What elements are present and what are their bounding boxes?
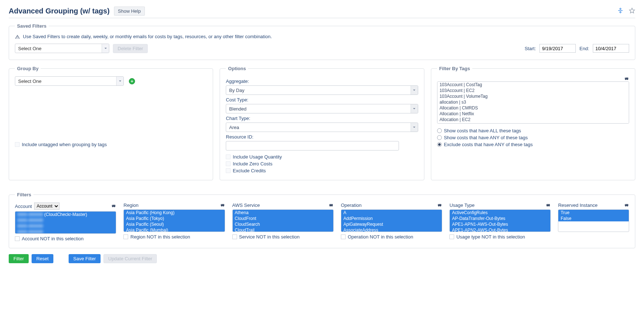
radio-icon [437, 142, 442, 147]
checkbox-icon [226, 168, 231, 173]
list-item[interactable]: Allocation | Netflix [437, 111, 629, 117]
saved-filter-select[interactable]: Select One [15, 44, 109, 53]
binoculars-icon[interactable] [546, 203, 551, 208]
list-item[interactable]: 0000-000000 [15, 229, 116, 234]
list-item[interactable]: AP-DataTransfer-Out-Bytes [450, 216, 550, 221]
page-title: Advanced Grouping (w/ tags) [9, 7, 110, 15]
save-filter-button[interactable]: Save Filter [69, 254, 101, 263]
list-item[interactable]: 0000-000000 (CloudCheckr-Master) [15, 212, 116, 217]
exclude-credits-checkbox[interactable]: Exclude Credits [226, 168, 418, 173]
binoculars-icon[interactable] [111, 204, 116, 209]
include-zero-costs-checkbox[interactable]: Include Zero Costs [226, 161, 418, 166]
radio-any-label: Show costs that have ANY of these tags [444, 135, 528, 140]
usage-type-listbox[interactable]: ActiveConfigRulesAP-DataTransfer-Out-Byt… [449, 209, 551, 232]
list-item[interactable]: 103Account | VolumeTag [437, 93, 629, 99]
list-item[interactable]: Allocation | CMRDS [437, 105, 629, 111]
cost-type-select[interactable]: Blended [226, 104, 418, 113]
filter-reserved-instance: Reserved Instance TrueFalse [558, 202, 629, 241]
saved-filters-panel: Saved Filters Use Saved Filters to creat… [9, 23, 635, 60]
operation-listbox[interactable]: AAddPermissionApiGatewayRequestAssociate… [341, 209, 442, 232]
binoculars-icon[interactable] [624, 76, 629, 81]
include-zero-label: Include Zero Costs [233, 161, 272, 166]
cost-type-value: Blended [229, 106, 410, 112]
include-usage-qty-checkbox[interactable]: Include Usage Quantity [226, 154, 418, 160]
list-item[interactable]: Allocation | EC2 [437, 117, 629, 123]
list-item[interactable]: 0000-000000 [15, 217, 116, 223]
list-item[interactable]: allocation | s3 [437, 99, 629, 105]
list-item[interactable]: Asia Pacific (Tokyo) [124, 216, 224, 221]
update-filter-button[interactable]: Update Current Filter [103, 254, 157, 263]
list-item[interactable]: ActiveConfigRules [450, 210, 550, 216]
aws-service-listbox[interactable]: AthenaCloudFrontCloudSearchCloudTrail [232, 209, 334, 232]
list-item[interactable]: False [558, 216, 629, 221]
reserved-instance-listbox[interactable]: TrueFalse [558, 209, 629, 232]
aggregate-select[interactable]: By Day [226, 85, 418, 95]
checkbox-icon [15, 142, 20, 147]
include-untagged-checkbox[interactable]: Include untagged when grouping by tags [15, 142, 207, 147]
list-item[interactable]: A [341, 210, 442, 216]
list-item[interactable]: True [558, 210, 629, 216]
list-item[interactable]: APE1-APN1-AWS-Out-Bytes [450, 221, 550, 227]
include-usage-qty-label: Include Usage Quantity [233, 154, 282, 160]
list-item[interactable]: Asia Pacific (Hong Kong) [124, 210, 224, 216]
operation-not-checkbox[interactable]: Operation NOT in this selection [341, 234, 442, 240]
list-item[interactable]: 103Account | EC2 [437, 88, 629, 93]
binoculars-icon[interactable] [624, 203, 629, 208]
filter-by-tags-legend: Filter By Tags [437, 66, 472, 71]
tags-listbox[interactable]: 103Account | CostTag103Account | EC2103A… [437, 81, 629, 124]
show-help-button[interactable]: Show Help [114, 7, 145, 16]
chart-type-label: Chart Type: [226, 116, 418, 121]
account-type-select[interactable]: Account [34, 202, 60, 210]
binoculars-icon[interactable] [437, 203, 442, 208]
radio-icon [437, 128, 442, 133]
group-by-select[interactable]: Select One [15, 76, 124, 86]
saved-filters-legend: Saved Filters [15, 23, 49, 29]
star-icon[interactable] [629, 7, 635, 15]
filters-panel: Filters Account Account 0000-000000 (Clo… [9, 192, 635, 248]
resource-id-input[interactable] [226, 141, 399, 151]
binoculars-icon[interactable] [220, 203, 225, 208]
list-item[interactable]: CloudTrail [233, 227, 333, 232]
service-not-checkbox[interactable]: Service NOT in this selection [232, 234, 334, 240]
radio-any-tags[interactable]: Show costs that have ANY of these tags [437, 135, 629, 140]
account-listbox[interactable]: 0000-000000 (CloudCheckr-Master)0000-000… [15, 211, 116, 234]
info-text: Use Saved Filters to create daily, weekl… [23, 34, 272, 39]
add-group-icon[interactable]: + [129, 78, 135, 84]
collapse-icon[interactable] [617, 7, 624, 15]
reset-button[interactable]: Reset [32, 254, 53, 263]
list-item[interactable]: Athena [233, 210, 333, 216]
account-not-label: Account NOT in this selection [22, 236, 83, 241]
filter-region-label: Region [123, 202, 138, 208]
radio-all-tags[interactable]: Show costs that have ALL these tags [437, 128, 629, 133]
list-item[interactable]: 103Account | CostTag [437, 82, 629, 88]
chart-type-select[interactable]: Area [226, 123, 418, 132]
options-panel: Options Aggregate: By Day Cost Type: Ble… [220, 66, 424, 180]
checkbox-icon [341, 234, 346, 239]
filter-operation-label: Operation [341, 202, 362, 208]
chevron-down-icon [411, 104, 418, 113]
include-untagged-label: Include untagged when grouping by tags [22, 142, 107, 147]
list-item[interactable]: APE1-APN2-AWS-Out-Bytes [450, 227, 550, 232]
filter-usage-type: Usage Type ActiveConfigRulesAP-DataTrans… [449, 202, 551, 241]
account-not-checkbox[interactable]: Account NOT in this selection [15, 236, 116, 241]
radio-exclude-tags[interactable]: Exclude costs that have ANY of these tag… [437, 142, 629, 147]
operation-not-label: Operation NOT in this selection [348, 234, 413, 240]
binoculars-icon[interactable] [329, 203, 334, 208]
list-item[interactable]: AddPermission [341, 216, 442, 221]
list-item[interactable]: Asia Pacific (Mumbai) [124, 227, 224, 232]
region-not-checkbox[interactable]: Region NOT in this selection [123, 234, 225, 240]
list-item[interactable]: AssociateAddress [341, 227, 442, 232]
list-item[interactable]: CloudFront [233, 216, 333, 221]
delete-filter-button[interactable]: Delete Filter [113, 44, 148, 53]
region-listbox[interactable]: Asia Pacific (Hong Kong)Asia Pacific (To… [123, 209, 225, 232]
end-date-input[interactable] [593, 44, 629, 53]
list-item[interactable]: CloudSearch [233, 221, 333, 227]
usage-type-not-checkbox[interactable]: Usage type NOT in this selection [449, 234, 551, 240]
list-item[interactable]: Asia Pacific (Seoul) [124, 221, 224, 227]
list-item[interactable]: ApiGatewayRequest [341, 221, 442, 227]
chevron-down-icon [102, 44, 109, 53]
group-by-legend: Group By [15, 66, 41, 71]
list-item[interactable]: 0000-000000 [15, 223, 116, 229]
filter-button[interactable]: Filter [9, 254, 29, 263]
start-date-input[interactable] [539, 44, 576, 53]
